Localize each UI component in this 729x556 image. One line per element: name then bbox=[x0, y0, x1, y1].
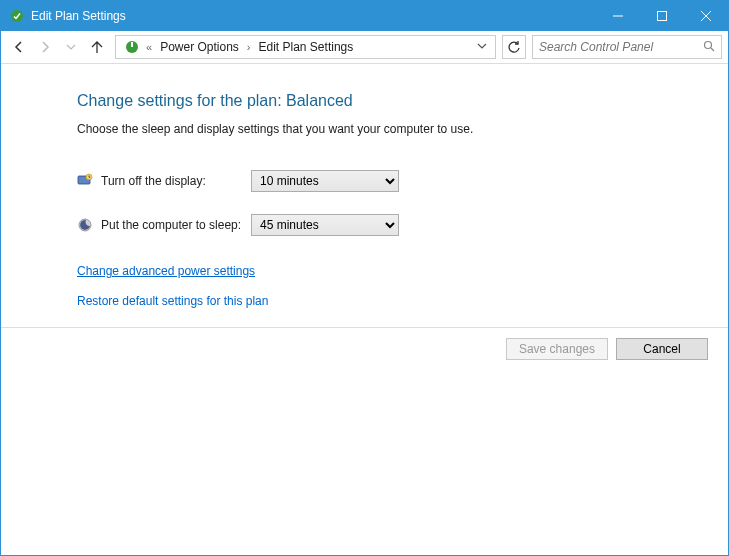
svg-line-8 bbox=[711, 48, 714, 51]
restore-defaults-link[interactable]: Restore default settings for this plan bbox=[77, 294, 268, 308]
svg-point-7 bbox=[705, 41, 712, 48]
cancel-button[interactable]: Cancel bbox=[616, 338, 708, 360]
breadcrumb-separator: « bbox=[142, 41, 156, 53]
sleep-label: Put the computer to sleep: bbox=[101, 218, 251, 232]
title-bar: Edit Plan Settings bbox=[1, 1, 728, 31]
close-button[interactable] bbox=[684, 1, 728, 31]
save-button[interactable]: Save changes bbox=[506, 338, 608, 360]
breadcrumb-power-options[interactable]: Power Options bbox=[156, 40, 243, 54]
breadcrumb-edit-plan[interactable]: Edit Plan Settings bbox=[255, 40, 358, 54]
breadcrumb-dropdown[interactable] bbox=[471, 40, 493, 54]
nav-bar: « Power Options › Edit Plan Settings bbox=[1, 31, 728, 64]
display-icon bbox=[77, 173, 93, 189]
svg-rect-2 bbox=[658, 12, 667, 21]
minimize-button[interactable] bbox=[596, 1, 640, 31]
svg-rect-6 bbox=[131, 42, 133, 47]
display-label: Turn off the display: bbox=[101, 174, 251, 188]
sleep-icon bbox=[77, 217, 93, 233]
sleep-timeout-select[interactable]: 45 minutes bbox=[251, 214, 399, 236]
breadcrumb[interactable]: « Power Options › Edit Plan Settings bbox=[115, 35, 496, 59]
back-button[interactable] bbox=[7, 35, 31, 59]
page-subtext: Choose the sleep and display settings th… bbox=[77, 122, 728, 136]
refresh-button[interactable] bbox=[502, 35, 526, 59]
search-icon[interactable] bbox=[703, 40, 715, 55]
display-timeout-select[interactable]: 10 minutes bbox=[251, 170, 399, 192]
button-bar: Save changes Cancel bbox=[1, 327, 728, 370]
search-box[interactable] bbox=[532, 35, 722, 59]
setting-sleep: Put the computer to sleep: 45 minutes bbox=[77, 214, 728, 236]
search-input[interactable] bbox=[539, 40, 699, 54]
recent-locations-button[interactable] bbox=[59, 35, 83, 59]
content-area: Change settings for the plan: Balanced C… bbox=[1, 64, 728, 308]
svg-point-0 bbox=[11, 10, 23, 22]
app-icon bbox=[9, 8, 25, 24]
setting-display-off: Turn off the display: 10 minutes bbox=[77, 170, 728, 192]
window-title: Edit Plan Settings bbox=[31, 9, 126, 23]
chevron-right-icon[interactable]: › bbox=[243, 41, 255, 53]
page-heading: Change settings for the plan: Balanced bbox=[77, 92, 728, 110]
advanced-settings-link[interactable]: Change advanced power settings bbox=[77, 264, 255, 278]
up-button[interactable] bbox=[85, 35, 109, 59]
maximize-button[interactable] bbox=[640, 1, 684, 31]
power-options-icon bbox=[124, 39, 140, 55]
forward-button[interactable] bbox=[33, 35, 57, 59]
